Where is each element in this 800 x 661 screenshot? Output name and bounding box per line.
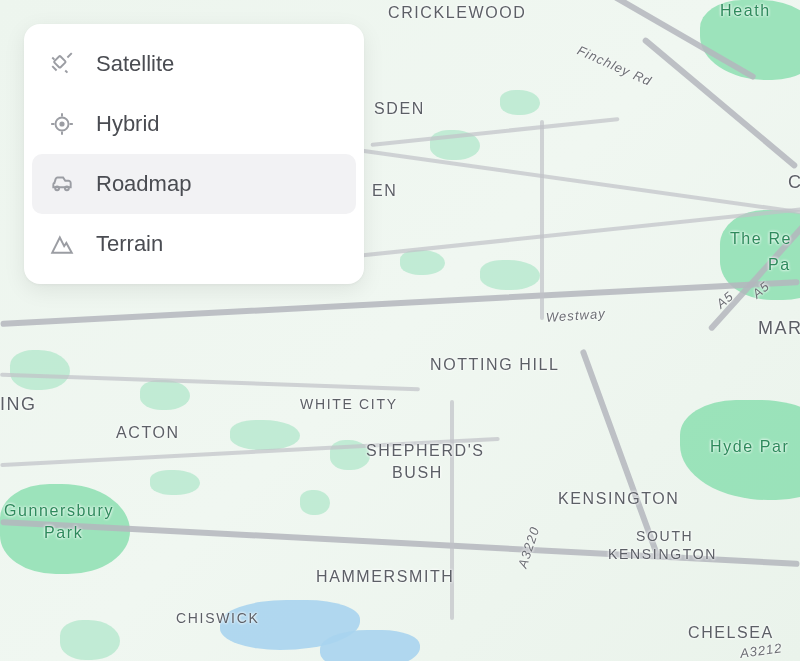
road bbox=[580, 349, 661, 558]
satellite-icon bbox=[48, 50, 76, 78]
park-region bbox=[150, 470, 200, 495]
svg-rect-0 bbox=[54, 56, 66, 68]
park-region bbox=[60, 620, 120, 660]
map-type-option-terrain[interactable]: Terrain bbox=[24, 214, 364, 274]
road bbox=[362, 149, 800, 216]
place-label: CHELSEA bbox=[688, 624, 774, 642]
menu-item-label: Roadmap bbox=[96, 171, 191, 197]
mountain-icon bbox=[48, 230, 76, 258]
road-label: Westway bbox=[545, 306, 606, 325]
place-label: C bbox=[788, 172, 800, 193]
park-region bbox=[400, 250, 445, 275]
place-label: HAMMERSMITH bbox=[316, 568, 454, 586]
place-label: CRICKLEWOOD bbox=[388, 4, 527, 22]
car-icon bbox=[48, 170, 76, 198]
road bbox=[450, 400, 454, 620]
place-label: EN bbox=[372, 182, 397, 200]
place-label: BUSH bbox=[392, 464, 443, 482]
place-label: WHITE CITY bbox=[300, 396, 398, 412]
place-label: ACTON bbox=[116, 424, 180, 442]
park-region bbox=[140, 380, 190, 410]
park-region bbox=[680, 400, 800, 500]
place-label: SDEN bbox=[374, 100, 425, 118]
road bbox=[370, 117, 619, 147]
park-region bbox=[700, 0, 800, 80]
map-type-option-satellite[interactable]: Satellite bbox=[24, 34, 364, 94]
svg-point-3 bbox=[55, 186, 59, 190]
map-type-option-hybrid[interactable]: Hybrid bbox=[24, 94, 364, 154]
road-label: A3212 bbox=[739, 640, 783, 661]
svg-point-4 bbox=[65, 186, 69, 190]
road bbox=[540, 120, 544, 320]
svg-point-2 bbox=[60, 122, 63, 125]
menu-item-label: Hybrid bbox=[96, 111, 160, 137]
park-region bbox=[230, 420, 300, 450]
park-region bbox=[300, 490, 330, 515]
road-label: Finchley Rd bbox=[575, 43, 654, 89]
menu-item-label: Terrain bbox=[96, 231, 163, 257]
place-label: NOTTING HILL bbox=[430, 356, 559, 374]
menu-item-label: Satellite bbox=[96, 51, 174, 77]
target-icon bbox=[48, 110, 76, 138]
river bbox=[320, 630, 420, 661]
map-type-option-roadmap[interactable]: Roadmap bbox=[32, 154, 356, 214]
place-label: KENSINGTON bbox=[558, 490, 680, 508]
park-region bbox=[500, 90, 540, 115]
park-region bbox=[480, 260, 540, 290]
park-region bbox=[10, 350, 70, 390]
place-label: ING bbox=[0, 394, 36, 415]
map-type-menu: Satellite Hybrid Roadmap Terrain bbox=[24, 24, 364, 284]
road bbox=[0, 279, 799, 327]
place-label: MAR bbox=[758, 318, 800, 339]
